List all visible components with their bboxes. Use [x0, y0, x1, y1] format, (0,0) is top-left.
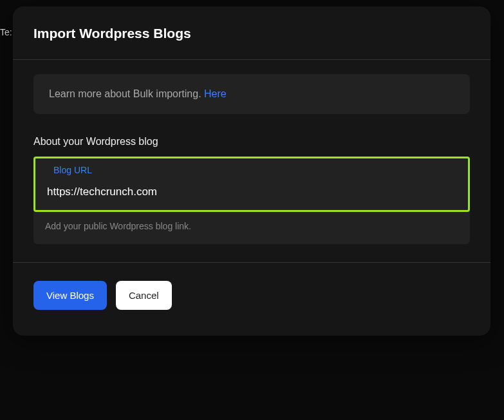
input-wrap: Blog URL Add your public Wordpress blog … [33, 157, 470, 244]
input-label: Blog URL [53, 165, 456, 175]
modal-body: Learn more about Bulk importing. Here Ab… [13, 60, 490, 262]
helper-text: Add your public Wordpress blog link. [45, 221, 470, 231]
blog-url-input[interactable] [47, 186, 456, 198]
import-modal: Import Wordpress Blogs Learn more about … [13, 6, 490, 336]
modal-header: Import Wordpress Blogs [13, 6, 490, 59]
view-blogs-button[interactable]: View Blogs [33, 281, 107, 310]
background-partial-text: Te: [0, 27, 12, 37]
input-highlight: Blog URL [33, 157, 470, 212]
info-link[interactable]: Here [204, 88, 227, 99]
modal-footer: View Blogs Cancel [13, 263, 490, 310]
info-text: Learn more about Bulk importing. [49, 88, 204, 99]
section-label: About your Wordpress blog [33, 136, 470, 148]
info-box: Learn more about Bulk importing. Here [33, 74, 470, 114]
cancel-button[interactable]: Cancel [116, 281, 172, 310]
modal-title: Import Wordpress Blogs [33, 26, 470, 41]
